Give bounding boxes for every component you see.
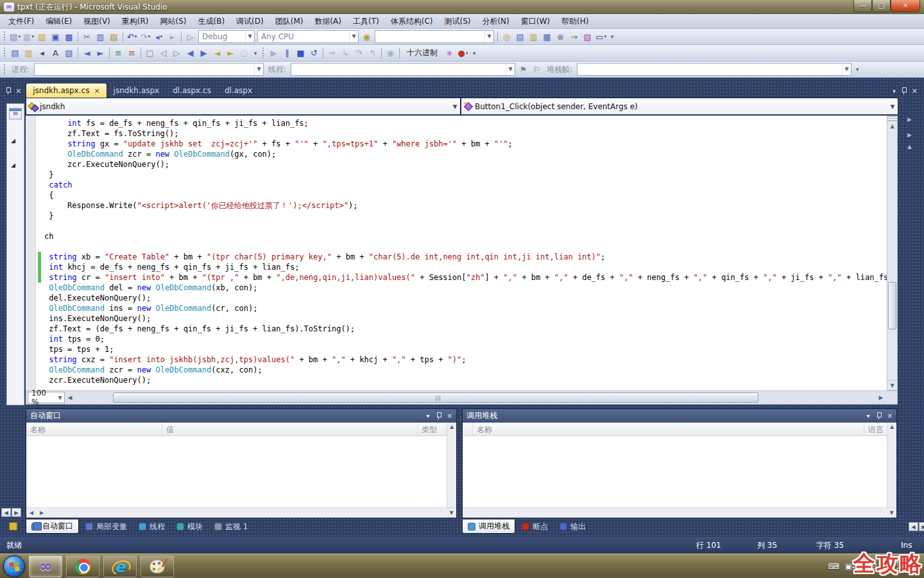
panel-horizontal-scrollbar[interactable]: ▼ — [463, 507, 896, 518]
scroll-down-icon[interactable]: ▼ — [447, 510, 456, 516]
taskbar-internet-explorer[interactable]: e — [103, 556, 137, 577]
window-menu-icon[interactable]: ▾ — [867, 412, 870, 419]
process-combo[interactable]: ▼ — [34, 63, 264, 76]
undo-icon[interactable]: ↶ — [125, 30, 139, 43]
find-symbol-icon[interactable]: ◎ — [500, 30, 513, 43]
word-completion-icon[interactable]: A — [49, 47, 62, 60]
panel-tab-output[interactable]: 输出 — [554, 520, 591, 534]
cut-icon[interactable]: ✂ — [80, 30, 94, 43]
panel-tab-threads[interactable]: 线程 — [133, 520, 170, 534]
previous-bookmark-folder-icon[interactable]: ◀ — [184, 47, 197, 60]
tab-list-dropdown-icon[interactable]: ▾ — [893, 88, 896, 94]
scroll-right-icon[interactable]: ▶ — [919, 522, 924, 531]
menu-item-6[interactable]: 调试(D) — [230, 14, 270, 29]
menu-item-5[interactable]: 生成(B) — [192, 14, 230, 29]
autohide-icon[interactable] — [33, 522, 42, 530]
extension-manager-icon[interactable]: ▧ — [581, 30, 594, 43]
hex-display-button[interactable]: 十六进制 — [404, 47, 440, 59]
scroll-down-icon[interactable]: ▼ — [887, 380, 897, 390]
step-out-icon[interactable]: ↰ — [366, 47, 379, 60]
scroll-right-icon[interactable]: ▶ — [876, 394, 886, 401]
close-icon[interactable]: × — [15, 87, 21, 94]
column-header[interactable]: 名称 — [26, 423, 162, 435]
menu-item-1[interactable]: 编辑(E) — [40, 14, 78, 29]
continue-icon[interactable]: ▶ — [267, 47, 280, 60]
uncomment-icon[interactable]: ≡ — [125, 47, 139, 60]
save-all-icon[interactable]: ▩ — [62, 30, 76, 43]
code-editor[interactable]: int fs = de_fs + neng_fs + qin_fs + ji_f… — [26, 116, 887, 390]
menu-item-10[interactable]: 体系结构(C) — [385, 14, 439, 29]
step-into-icon[interactable]: ↳ — [339, 47, 352, 60]
toolbar-overflow[interactable]: ▾ — [853, 66, 862, 73]
scroll-up-icon[interactable]: ▲ — [887, 423, 896, 432]
chevron-down-icon[interactable]: ▼ — [245, 31, 254, 42]
collapsed-panel-icon[interactable]: ▶ — [907, 116, 912, 123]
scroll-left-icon[interactable]: ◀ — [909, 522, 918, 531]
pin-icon[interactable] — [876, 412, 882, 419]
scroll-down-icon[interactable]: ▼ — [887, 510, 896, 516]
collapsed-panel-icon[interactable]: ▲ — [907, 143, 912, 150]
taskbar-paint[interactable] — [141, 556, 174, 577]
close-icon[interactable]: × — [912, 87, 918, 94]
decrease-indent-icon[interactable]: ◄ — [80, 47, 94, 60]
menu-item-12[interactable]: 分析(N) — [476, 14, 515, 29]
close-button[interactable]: × — [891, 0, 920, 12]
vertical-scroll-thumb[interactable] — [888, 282, 896, 329]
panel-tab-call-stack[interactable]: 调用堆栈 — [462, 520, 515, 534]
start-page-tab-icon[interactable]: ∞ — [9, 108, 22, 119]
taskbar-visual-studio[interactable]: ∞ — [29, 556, 62, 577]
open-file-icon[interactable]: ▨ — [35, 30, 49, 43]
column-header[interactable] — [463, 423, 473, 435]
editor-vertical-scrollbar[interactable]: ▲ ▼ — [887, 116, 898, 390]
paste-icon[interactable]: ▤ — [107, 30, 121, 43]
solution-explorer-icon[interactable]: ▥ — [527, 30, 540, 43]
flag-icon[interactable]: ⚑ — [517, 63, 530, 76]
quick-info-icon[interactable]: ◂ — [35, 47, 49, 60]
menu-item-2[interactable]: 视图(V) — [78, 14, 116, 29]
tab-jsndkh-aspx-cs[interactable]: jsndkh.aspx.cs× — [26, 83, 106, 98]
object-browser-icon[interactable]: ▦ — [540, 30, 554, 43]
panel-tab-modules[interactable]: 模块 — [171, 520, 208, 534]
step-over-icon[interactable]: ↷ — [352, 47, 366, 60]
autos-panel-header[interactable]: 自动窗口 ▾ × — [26, 409, 456, 423]
chevron-down-icon[interactable]: ▼ — [349, 31, 358, 42]
show-next-statement-icon[interactable]: ⇒ — [325, 47, 339, 60]
column-header[interactable]: 值 — [162, 423, 418, 435]
members-dropdown[interactable]: Button1_Click(object sender, EventArgs e… — [461, 98, 898, 115]
menu-item-9[interactable]: 工具(T) — [347, 14, 385, 29]
menu-item-14[interactable]: 帮助(H) — [556, 14, 594, 29]
next-bookmark-folder-icon[interactable]: ▶ — [197, 47, 210, 60]
panel-horizontal-scrollbar[interactable]: ◀ ▶ ▼ — [26, 507, 456, 518]
splitter-handle[interactable] — [887, 116, 897, 121]
call-stack-panel-header[interactable]: 调用堆栈 ▾ × — [463, 409, 896, 423]
scroll-right-icon[interactable]: ▶ — [12, 508, 21, 517]
menu-item-13[interactable]: 窗口(W) — [515, 14, 556, 29]
navigate-forward-icon[interactable]: ▸ — [166, 30, 179, 43]
menu-item-0[interactable]: 文件(F) — [3, 14, 40, 29]
input-method-keyboard-icon[interactable]: ⌨ — [828, 562, 839, 571]
window-menu-icon[interactable]: ▾ — [427, 412, 430, 419]
restart-icon[interactable]: ↺ — [307, 47, 321, 60]
menu-item-11[interactable]: 测试(S) — [438, 14, 476, 29]
horizontal-scroll-track[interactable] — [76, 392, 875, 403]
toolbar-grip[interactable] — [3, 31, 6, 42]
close-icon[interactable]: × — [887, 412, 893, 419]
scroll-up-icon[interactable]: ▲ — [887, 121, 897, 131]
autohide-icon[interactable] — [9, 522, 17, 530]
solution-platforms-combo[interactable]: Any CPU▼ — [257, 30, 359, 43]
toolbar-grip[interactable] — [3, 64, 6, 75]
member-list-icon[interactable]: ▤ — [8, 47, 22, 60]
stackframe-combo[interactable]: ▼ — [577, 63, 851, 76]
save-icon[interactable]: ▣ — [49, 30, 62, 43]
solution-configurations-combo[interactable]: Debug▼ — [198, 30, 255, 43]
next-bookmark-icon[interactable]: ▷ — [170, 47, 184, 60]
column-header[interactable]: 名称 — [473, 423, 864, 435]
chevron-down-icon[interactable]: ▼ — [56, 395, 64, 401]
tab-close-icon[interactable]: × — [94, 87, 99, 95]
scroll-left-icon[interactable]: ◀ — [65, 394, 75, 401]
clear-bookmarks-icon[interactable]: ◌ — [237, 47, 251, 60]
increase-indent-icon[interactable]: ► — [94, 47, 107, 60]
chevron-down-icon[interactable]: ▼ — [254, 64, 263, 75]
panel-tab-breakpoints[interactable]: 断点 — [517, 520, 553, 534]
previous-bookmark-doc-icon[interactable]: ◄ — [210, 47, 224, 60]
